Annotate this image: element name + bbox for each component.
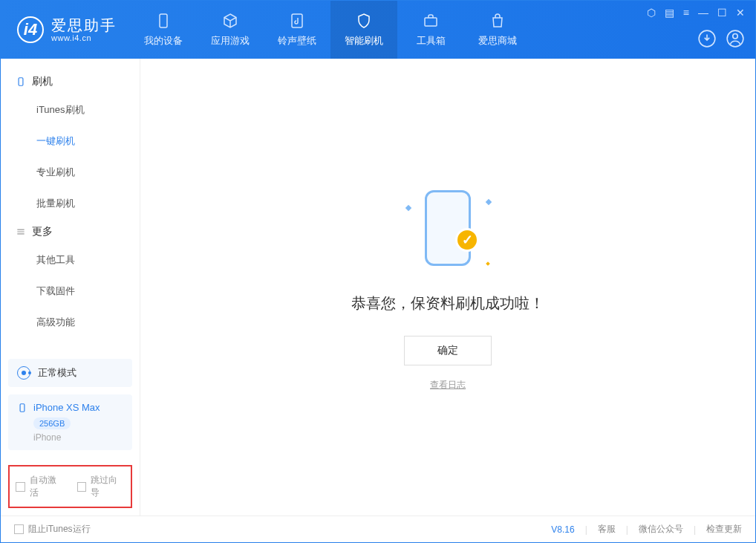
mode-icon [17,366,30,380]
mode-label: 正常模式 [38,366,76,380]
svg-rect-7 [20,403,25,412]
maximize-button[interactable]: ☐ [717,7,727,19]
device-capacity: 256GB [33,417,71,429]
close-button[interactable]: ✕ [736,7,745,19]
svg-rect-1 [292,14,302,27]
phone-small-icon [17,403,27,413]
tab-apps[interactable]: 应用游戏 [197,1,264,59]
logo[interactable]: i4 爱思助手 www.i4.cn [1,16,130,43]
sidebar: 刷机 iTunes刷机 一键刷机 专业刷机 批量刷机 更多 其他工具 下载固件 … [1,59,140,516]
checkbox-icon [16,482,25,492]
device-name: iPhone XS Max [33,402,100,413]
list-icon[interactable]: ▤ [665,7,674,19]
version-label: V8.16 [551,524,574,535]
success-illustration: ✓ [403,183,492,273]
sidebar-item-one-click-flash[interactable]: 一键刷机 [1,126,140,157]
svg-rect-6 [19,78,23,86]
view-log-link[interactable]: 查看日志 [430,379,466,391]
shirt-icon[interactable]: ⬡ [647,7,656,19]
checkbox-auto-activate[interactable]: 自动激活 [16,474,64,499]
download-icon[interactable] [697,29,717,48]
check-badge-icon: ✓ [455,228,479,252]
app-name: 爱思助手 [51,17,117,33]
device-type: iPhone [33,432,123,443]
sidebar-item-other-tools[interactable]: 其他工具 [1,244,140,276]
svg-rect-0 [160,14,167,27]
shield-icon [355,12,373,30]
app-url: www.i4.cn [51,33,117,42]
more-icon [16,227,26,237]
sidebar-item-download-firmware[interactable]: 下载固件 [1,276,140,307]
device-icon [154,12,172,30]
wechat-link[interactable]: 微信公众号 [639,523,683,536]
mode-card[interactable]: 正常模式 [8,359,132,387]
checkbox-block-itunes[interactable]: 阻止iTunes运行 [14,523,91,536]
sidebar-item-itunes-flash[interactable]: iTunes刷机 [1,94,140,126]
user-icon[interactable] [726,29,745,48]
success-message: 恭喜您，保资料刷机成功啦！ [351,293,544,313]
support-link[interactable]: 客服 [598,523,616,536]
tab-my-device[interactable]: 我的设备 [130,1,197,59]
tab-flash[interactable]: 智能刷机 [330,1,397,59]
device-card[interactable]: iPhone XS Max 256GB iPhone [8,394,132,450]
svg-rect-2 [425,18,437,26]
check-update-link[interactable]: 检查更新 [706,523,742,536]
sidebar-item-pro-flash[interactable]: 专业刷机 [1,157,140,188]
cube-icon [221,12,239,30]
checkbox-icon [14,524,24,534]
window-controls: ⬡ ▤ ≡ — ☐ ✕ [647,7,745,19]
checkbox-icon [77,482,87,492]
ok-button[interactable]: 确定 [404,336,492,365]
tab-toolbox[interactable]: 工具箱 [397,1,464,59]
music-icon [288,12,306,30]
svg-point-5 [733,34,738,39]
tab-ringtone[interactable]: 铃声壁纸 [264,1,330,59]
highlighted-options: 自动激活 跳过向导 [8,465,132,508]
minimize-button[interactable]: — [698,7,708,19]
header-bar: i4 爱思助手 www.i4.cn 我的设备 应用游戏 铃声壁纸 智能刷机 工具… [1,1,755,59]
sidebar-group-flash: 刷机 [1,69,140,94]
tab-store[interactable]: 爱思商城 [464,1,531,59]
footer-bar: 阻止iTunes运行 V8.16 | 客服 | 微信公众号 | 检查更新 [1,516,755,542]
main-content: ✓ 恭喜您，保资料刷机成功啦！ 确定 查看日志 [140,59,755,516]
sidebar-item-batch-flash[interactable]: 批量刷机 [1,188,140,219]
sidebar-item-advanced[interactable]: 高级功能 [1,307,140,338]
nav-tabs: 我的设备 应用游戏 铃声壁纸 智能刷机 工具箱 爱思商城 [130,1,531,59]
checkbox-skip-guide[interactable]: 跳过向导 [77,474,126,499]
phone-icon [16,77,26,87]
menu-icon[interactable]: ≡ [683,7,689,19]
logo-icon: i4 [17,16,44,43]
bag-icon [489,12,506,30]
sidebar-group-more: 更多 [1,219,140,244]
briefcase-icon [422,12,440,30]
